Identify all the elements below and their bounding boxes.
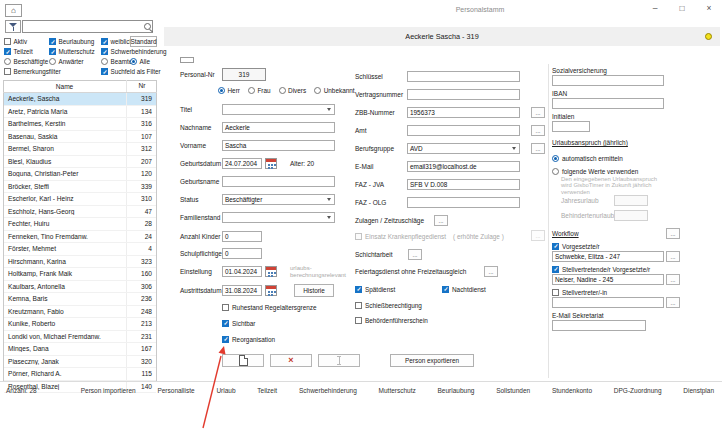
sekretariat-input[interactable] (552, 320, 646, 331)
checkbox-schiessberechtigung[interactable]: Schießberechtigung (355, 301, 422, 309)
familienstand-select[interactable] (222, 212, 335, 223)
vorname-input[interactable]: Sascha (222, 140, 335, 151)
statusbar-link[interactable]: Urlaub (216, 387, 235, 394)
gender-radio[interactable]: Unbekannt (314, 87, 354, 94)
list-item[interactable]: Aretz, Patricia Maria 134 (4, 106, 156, 119)
stellv-vorgesetzte-input[interactable]: Neiser, Nadine - 245 (552, 274, 664, 285)
feiertagsdienst-browse-button[interactable]: ... (484, 266, 498, 277)
statusbar-link[interactable]: Mutterschutz (379, 387, 416, 394)
statusbar-link[interactable]: Beurlaubung (438, 387, 475, 394)
statusbar-link[interactable]: Schwerbehinderung (299, 387, 357, 394)
filter-checkbox[interactable]: Bemerkungsfilter (4, 68, 61, 75)
search-input[interactable] (22, 20, 153, 33)
anzahl-kinder-input[interactable]: 0 (222, 231, 262, 242)
filter-radio[interactable]: Anwärter (49, 58, 84, 65)
new-record-button[interactable] (222, 354, 264, 367)
statusbar-link[interactable]: Sollstunden (496, 387, 530, 394)
rename-record-button[interactable] (318, 354, 360, 367)
list-item[interactable]: Kunike, Roberto 213 (4, 318, 156, 331)
delete-record-button[interactable]: × (270, 354, 312, 367)
tab[interactable] (238, 59, 250, 63)
statusbar-link[interactable]: Personalliste (157, 387, 194, 394)
list-item[interactable]: Fenneken, Tino Fremdanw. 24 (4, 231, 156, 244)
list-item[interactable]: Blesl, Klaudius 207 (4, 156, 156, 169)
berufsgruppe-select[interactable]: AVD (407, 143, 520, 154)
checkbox-vorgesetzte[interactable]: Vorgesetzte/r (552, 242, 600, 250)
filter-radio[interactable]: Beschäftigte (4, 58, 48, 65)
stellvertreter-input[interactable] (552, 297, 664, 308)
list-item[interactable]: Bermel, Sharon 312 (4, 143, 156, 156)
list-item[interactable]: Hirschmann, Karina 323 (4, 256, 156, 269)
calendar-icon[interactable] (265, 266, 277, 277)
list-item[interactable]: Piaseczny, Janak 320 (4, 356, 156, 369)
filter-checkbox[interactable]: weiblich (101, 38, 133, 45)
einstellung-input[interactable]: 01.04.2024 (222, 266, 262, 277)
iban-input[interactable] (552, 98, 664, 109)
close-button[interactable]: × (704, 3, 714, 13)
checkbox-reorganisation[interactable]: Reorganisation (222, 335, 275, 343)
checkbox-spaetdienst[interactable]: Spätdienst (355, 285, 395, 293)
list-item[interactable]: Boguna, Christian-Peter 120 (4, 168, 156, 181)
geburtsdatum-input[interactable]: 24.07.2004 (222, 158, 262, 169)
titel-select[interactable] (222, 104, 335, 115)
list-item[interactable]: Aeckerle, Sascha 319 (4, 93, 156, 106)
list-item[interactable]: Förster, Mehmet 4 (4, 243, 156, 256)
filter-checkbox[interactable]: Suchfeld als Filter (101, 68, 161, 75)
gender-radio[interactable]: Frau (248, 87, 271, 94)
gender-radio[interactable]: Divers (279, 87, 307, 94)
vorgesetzte-input[interactable]: Schwebke, Elitza - 247 (552, 251, 664, 262)
tab[interactable] (166, 59, 178, 63)
stellv-vorgesetzte-browse-button[interactable]: ... (666, 274, 680, 285)
column-header-name[interactable]: Name (3, 83, 126, 90)
list-item[interactable]: Kemna, Baris 236 (4, 293, 156, 306)
filter-checkbox[interactable]: Aktiv (4, 38, 27, 45)
zbb-browse-button[interactable]: ... (531, 107, 545, 118)
amt-input[interactable] (407, 125, 520, 136)
checkbox-nachtdienst[interactable]: Nachtdienst (442, 285, 486, 293)
initialen-input[interactable] (552, 121, 590, 132)
list-item[interactable]: Kaulbars, Antonella 306 (4, 281, 156, 294)
filter-radio[interactable]: Alle (130, 58, 150, 65)
standard-button[interactable]: Standard (130, 36, 157, 47)
filter-checkbox[interactable]: Mutterschutz (49, 48, 95, 55)
list-item[interactable]: Londki von, Michael Fremdanw. 231 (4, 331, 156, 344)
checkbox-ruhestand[interactable]: Ruhestand Regelaltersgrenze (222, 303, 317, 311)
vorgesetzte-browse-button[interactable]: ... (666, 251, 680, 262)
list-item[interactable]: Escherlor, Karl - Heinz 310 (4, 193, 156, 206)
zbb-nummer-input[interactable]: 1956373 (407, 107, 520, 118)
faz-olg-input[interactable] (407, 197, 520, 208)
berufsgruppe-browse-button[interactable]: ... (531, 143, 545, 154)
checkbox-stellvertreter[interactable]: Stellvertreter/-in (552, 288, 607, 296)
nachname-input[interactable]: Aeckerle (222, 122, 335, 133)
tab[interactable] (196, 59, 208, 63)
list-item[interactable]: Holtkamp, Frank Maik 160 (4, 268, 156, 281)
schluessel-input[interactable] (407, 71, 520, 82)
checkbox-behoerdenfuehrerschein[interactable]: Behördenführerschein (355, 316, 428, 324)
filter-checkbox[interactable]: Teilzeit (4, 48, 33, 55)
radio-automatisch-ermitteln[interactable]: automatisch ermitteln (552, 154, 623, 162)
workflow-browse-button[interactable]: ... (666, 228, 680, 239)
maximize-button[interactable]: □ (677, 3, 687, 13)
geburtsname-input[interactable] (222, 176, 335, 187)
tab[interactable] (252, 59, 264, 63)
list-item[interactable]: Kreutzmann, Fabio 248 (4, 306, 156, 319)
checkbox-sichtbar[interactable]: Sichtbar (222, 319, 255, 327)
zulagen-browse-button[interactable]: ... (434, 215, 448, 226)
filter-checkbox[interactable]: Schwerbehinderung (101, 48, 167, 55)
list-item[interactable]: Minges, Dana 167 (4, 343, 156, 356)
tab[interactable] (180, 57, 194, 63)
gender-radio[interactable]: Herr (218, 87, 240, 94)
historie-button[interactable]: Historie (294, 284, 334, 297)
statusbar-link[interactable]: Dienstplan (683, 387, 714, 394)
statusbar-link[interactable]: DPG-Zuordnung (614, 387, 662, 394)
austrittsdatum-input[interactable]: 31.08.2024 (222, 285, 262, 296)
home-button[interactable]: ⌂ (5, 4, 22, 17)
person-exportieren-button[interactable]: Person exportieren (390, 354, 474, 367)
list-item[interactable]: Bröcker, Steffi 339 (4, 181, 156, 194)
schulpflichtige-input[interactable]: 0 (222, 248, 262, 259)
statusbar-link[interactable]: Stundenkonto (552, 387, 592, 394)
list-item[interactable]: Barthelmes, Kerstin 316 (4, 118, 156, 131)
amt-browse-button[interactable]: ... (531, 125, 545, 136)
filter-radio[interactable]: Beamte (101, 58, 132, 65)
statusbar-link[interactable]: Person importieren (81, 387, 136, 394)
